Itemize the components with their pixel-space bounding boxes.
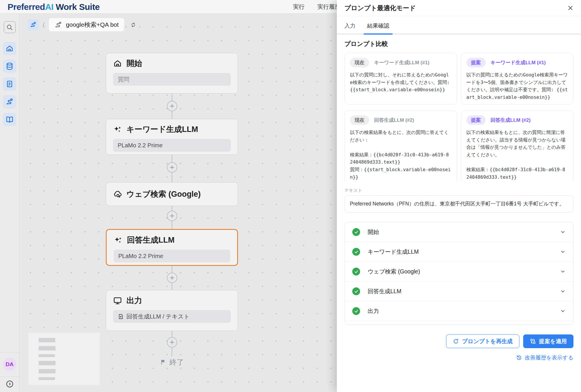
minimap [28, 333, 100, 385]
node-variable-pill: 質問 [113, 73, 231, 86]
node-output[interactable]: 出力 回答生成LLM / テキスト [106, 290, 238, 331]
card-block-name: キーワード生成LLM (#1) [374, 59, 429, 66]
current-badge: 現在 [350, 115, 369, 125]
proposal-badge: 提案 [466, 115, 486, 125]
node-title: 出力 [126, 295, 142, 306]
panel-title: プロンプト最適化モード [344, 4, 416, 12]
logo-part-1: Preferred [8, 2, 45, 12]
workflow-icon [54, 21, 62, 29]
regenerate-prompt-button[interactable]: プロンプトを再生成 [446, 334, 519, 348]
current-prompt-card-1: 現在 キーワード生成LLM (#1) 以下の質問に対し、それに答えるためのGoo… [344, 53, 457, 105]
node-answer-llm[interactable]: 回答生成LLM PLaMo 2.2 Prime [106, 229, 238, 266]
chevron-down-icon[interactable] [560, 249, 566, 255]
logo-part-2: AI [45, 2, 53, 12]
breadcrumb-separator: / [43, 21, 44, 28]
node-pill-text: 回答生成LLM / テキスト [126, 313, 190, 321]
sidebar-item-home[interactable] [3, 42, 16, 55]
history-clock-icon [516, 355, 522, 361]
sidebar-item-documents[interactable] [3, 77, 16, 91]
refresh-icon [453, 338, 459, 344]
node-keyword-llm[interactable]: キーワード生成LLM PLaMo 2.2 Prime [106, 119, 238, 155]
panel-header: プロンプト最適化モード [337, 0, 581, 16]
workflow-canvas[interactable]: / google検索+QA bot 開始 質問 [19, 14, 337, 392]
prompt-text: 以下の質問に対し、それに答えるためのGoogle検索のキーワードを作成してくださ… [350, 71, 452, 94]
add-node-button[interactable] [167, 101, 177, 111]
search-icon [6, 24, 13, 31]
comparison-scroll-area[interactable]: 現在 キーワード生成LLM (#1) 以下の質問に対し、それに答えるためのGoo… [344, 53, 573, 181]
text-output-label: テキスト [344, 188, 573, 193]
proposed-prompt-card-2: 提案 回答生成LLM (#2) 以下の検索結果をもとに、次の質問に簡潔に答えてく… [461, 110, 574, 181]
step-row-start[interactable]: 開始 [345, 222, 573, 242]
proposal-badge: 提案 [466, 58, 486, 67]
node-pill-text: PLaMo 2.2 Prime [118, 142, 163, 149]
workflow-name: google検索+QA bot [66, 21, 119, 29]
workflow-icon [30, 21, 37, 28]
home-icon [6, 44, 14, 53]
node-title: ウェブ検索 (Google) [126, 189, 201, 199]
add-node-button[interactable] [167, 162, 177, 173]
text-output-value: Preferred Networks（PFN）の住所は、東京都千代田区大手町一丁… [344, 195, 573, 212]
breadcrumb-workflow-chip[interactable] [28, 19, 39, 30]
step-label: キーワード生成LLM [368, 248, 560, 256]
step-label: ウェブ検索 (Google) [368, 268, 560, 275]
node-web-search[interactable]: ウェブ検索 (Google) [106, 182, 238, 206]
panel-actions: プロンプトを再生成 提案を適用 [344, 334, 573, 348]
step-row-output[interactable]: 出力 [345, 301, 573, 321]
chevron-down-icon[interactable] [560, 289, 566, 294]
apply-swap-icon [530, 338, 536, 344]
end-label: 終了 [169, 357, 184, 367]
success-check-icon [352, 287, 360, 295]
success-check-icon [352, 307, 360, 315]
step-label: 回答生成LLM [368, 287, 560, 295]
proposed-prompt-card-1: 提案 キーワード生成LLM (#1) 以下の質問に答えるためのGoogle検索用… [461, 53, 574, 105]
node-title: キーワード生成LLM [126, 124, 198, 135]
book-icon [6, 115, 14, 123]
run-button[interactable]: 実行 [293, 3, 305, 11]
current-badge: 現在 [350, 58, 369, 67]
add-node-button[interactable] [167, 337, 177, 348]
sidebar-expand-button[interactable] [6, 380, 14, 388]
chevron-down-icon[interactable] [560, 229, 566, 235]
comparison-section-title: プロンプト比較 [344, 40, 573, 48]
workflow-name-card[interactable]: google検索+QA bot [49, 18, 125, 32]
workflow-icon [6, 98, 14, 106]
add-node-button[interactable] [167, 211, 177, 221]
cloud-search-icon [113, 190, 122, 199]
step-label: 出力 [368, 307, 560, 315]
chevron-down-icon[interactable] [560, 308, 566, 314]
step-label: 開始 [368, 228, 560, 236]
card-block-name: 回答生成LLM (#2) [374, 117, 414, 123]
step-row-web-search[interactable]: ウェブ検索 (Google) [345, 262, 573, 282]
chevron-down-icon[interactable] [560, 269, 566, 274]
node-model-pill: PLaMo 2.2 Prime [114, 250, 230, 262]
sidebar-item-workflows[interactable] [3, 95, 16, 108]
apply-proposal-button[interactable]: 提案を適用 [523, 334, 573, 348]
tab-results[interactable]: 結果確認 [367, 22, 389, 35]
sidebar-item-data[interactable] [3, 60, 16, 73]
history-link-label: 改善履歴を表示する [525, 354, 573, 361]
app-logo: PreferredAI Work Suite [8, 2, 100, 12]
tab-input[interactable]: 入力 [344, 22, 355, 35]
step-row-answer-llm[interactable]: 回答生成LLM [345, 282, 573, 301]
add-node-button[interactable] [167, 273, 177, 283]
close-icon[interactable] [567, 5, 573, 11]
logo-part-3: Work Suite [53, 2, 100, 12]
file-text-icon [118, 314, 124, 320]
search-button[interactable] [4, 21, 16, 33]
step-row-keyword-llm[interactable]: キーワード生成LLM [345, 242, 573, 262]
node-start[interactable]: 開始 質問 [106, 53, 238, 94]
card-block-name: 回答生成LLM (#2) [491, 117, 531, 123]
sidebar-item-library[interactable] [3, 113, 16, 126]
end-node: 終了 [106, 357, 238, 367]
prompt-text: 以下の検索結果をもとに、次の質問に答えてください： 検索結果：{{bc4d028… [350, 129, 452, 181]
current-prompt-card-2: 現在 回答生成LLM (#2) 以下の検索結果をもとに、次の質問に答えてください… [344, 110, 457, 181]
sparkles-icon [113, 125, 122, 134]
home-icon [113, 59, 122, 68]
sync-icon [130, 22, 136, 28]
node-model-pill: PLaMo 2.2 Prime [113, 139, 231, 152]
improvement-history-link[interactable]: 改善履歴を表示する [516, 354, 573, 361]
topbar-actions: 実行 実行履歴 [293, 0, 341, 14]
user-avatar[interactable]: DA [3, 358, 16, 371]
document-icon [6, 80, 14, 88]
apply-label: 提案を適用 [539, 338, 567, 345]
